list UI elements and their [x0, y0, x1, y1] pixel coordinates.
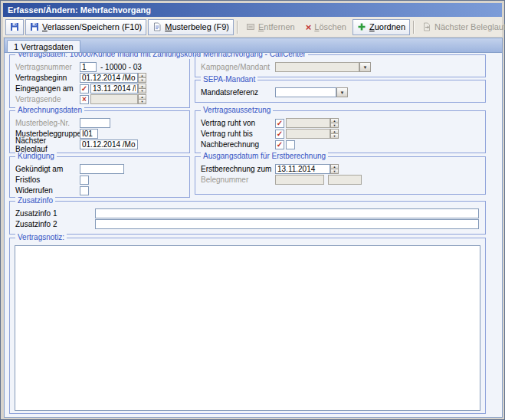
ruht-von-spinner: ▲ ▼ [330, 118, 339, 128]
title-bar: Erfassen/Ändern: Mehrfachvorgang [3, 3, 502, 17]
zusatzinfo-2-input[interactable] [95, 219, 479, 229]
main-panel: 1 Vertragsdaten Vertragsdaten: 10000/Kun… [4, 38, 503, 418]
nachberechnung-checkbox[interactable] [286, 140, 295, 149]
spinner-down-button[interactable]: ▼ [138, 89, 146, 94]
label-musterbeleg-nr: Musterbeleg-Nr. [15, 119, 80, 127]
row-vertragsende: Vertragsende × ▲ ▼ [15, 94, 183, 104]
loeschen-button: × Löschen [301, 19, 351, 35]
toolbar-separator [237, 21, 238, 34]
exit-save-label: Verlassen/Speichern (F10) [42, 22, 142, 31]
mandatsreferenz-dropdown-button[interactable]: ▼ [336, 87, 348, 97]
label-nachberechnung: Nachberechnung [201, 140, 275, 149]
spinner-down-button[interactable]: ▼ [330, 123, 339, 128]
label-erstberechnung-zum: Erstberechnung zum [201, 165, 275, 173]
label-eingegangen-am: Eingegangen am [15, 84, 80, 93]
vertragsbeginn-input[interactable] [80, 73, 138, 83]
save-icon [10, 22, 19, 31]
group-callcenter: Mehrfachvorgang - CallCenter Kampagne/Ma… [195, 54, 486, 77]
group-sepa-mandant: SEPA-Mandant Mandatsreferenz ▼ [195, 80, 486, 103]
next-run-icon [422, 22, 431, 31]
vertragsende-clear-button[interactable]: × [80, 95, 89, 104]
toolbar: Verlassen/Speichern (F10) Musterbeleg (F… [3, 17, 502, 37]
naechster-beleglauf-input[interactable] [80, 139, 138, 149]
window-title: Erfassen/Ändern: Mehrfachvorgang [8, 5, 151, 15]
loeschen-label: Löschen [314, 22, 346, 31]
vertragsnummer-suffix: - 10000 - 03 [100, 63, 142, 71]
label-naechster-beleglauf: Nächster Beleglauf [15, 136, 80, 153]
delete-x-icon: × [306, 22, 312, 32]
row-kampagne-mandant: Kampagne/Mandant ▼ [201, 62, 479, 72]
exit-save-button[interactable]: Verlassen/Speichern (F10) [25, 19, 146, 35]
kampagne-dropdown-button[interactable]: ▼ [359, 62, 371, 72]
group-vertragsdaten-rows: Vertragsnummer - 10000 - 03 Vertragsbegi… [10, 55, 189, 104]
row-vertrag-ruht-von: Vertrag ruht von ✓ ▲ ▼ [201, 118, 479, 128]
gekuendigt-am-input[interactable] [80, 164, 124, 174]
save-exit-icon [30, 22, 39, 31]
spinner-up-button[interactable]: ▲ [138, 73, 146, 78]
eingegangen-checkbox[interactable]: ✓ [80, 84, 89, 94]
group-zusatzinfo-rows: Zusatzinfo 1 Zusatzinfo 2 [10, 202, 485, 229]
spinner-down-button[interactable]: ▼ [330, 169, 339, 174]
eingegangen-am-input[interactable] [90, 84, 138, 94]
ruht-von-input [286, 118, 330, 128]
group-vertragsdaten: Vertragsdaten: 10000/Kunde Inland mit Za… [9, 54, 190, 108]
musterbeleggruppe-input[interactable] [80, 129, 98, 139]
row-eingegangen-am: Eingegangen am ✓ ▲ ▼ [15, 84, 183, 94]
vertragsende-input [90, 94, 138, 104]
musterbeleg-label: Musterbeleg (F9) [165, 22, 229, 31]
row-erstberechnung-zum: Erstberechnung zum ▲ ▼ [201, 164, 479, 174]
tab-strip: 1 Vertragsdaten [4, 38, 503, 52]
label-gekuendigt-am: Gekündigt am [15, 165, 80, 173]
zuordnen-button[interactable]: Zuordnen [353, 19, 410, 35]
belegnummer-input-1 [275, 175, 324, 185]
label-widerrufen: Widerrufen [15, 186, 80, 195]
save-button[interactable] [5, 19, 24, 35]
row-naechster-beleglauf: Nächster Beleglauf [15, 139, 183, 149]
ruht-bis-input [286, 129, 330, 139]
row-vertrag-ruht-bis: Vertrag ruht bis ✓ ▲ ▼ [201, 129, 479, 139]
naechster-beleglauf-button: Nächster Beleglauf [418, 19, 505, 35]
row-zusatzinfo-1: Zusatzinfo 1 [15, 208, 479, 218]
group-vertragsnotiz-title: Vertragsnotiz: [15, 233, 67, 242]
red-check-icon: ✓ [277, 120, 283, 127]
vertragsnotiz-textarea[interactable] [15, 245, 480, 411]
eingegangen-am-spinner: ▲ ▼ [138, 84, 146, 94]
group-kuendigung-title: Kündigung [15, 152, 57, 161]
row-mandatsreferenz: Mandatsreferenz ▼ [201, 87, 479, 97]
content-panel: Vertragsdaten: 10000/Kunde Inland mit Za… [4, 52, 503, 418]
spinner-up-button[interactable]: ▲ [330, 129, 339, 134]
erstberechnung-zum-input[interactable] [275, 164, 330, 174]
spinner-up-button[interactable]: ▲ [330, 118, 339, 123]
entfernen-label: Entfernen [258, 22, 295, 31]
spinner-up-button[interactable]: ▲ [330, 164, 339, 169]
ruht-bis-spinner: ▲ ▼ [330, 129, 339, 139]
ruht-bis-checkbox[interactable]: ✓ [275, 130, 284, 139]
spinner-up-button[interactable]: ▲ [138, 94, 146, 100]
mandatsreferenz-input[interactable] [275, 87, 336, 97]
red-check-icon: ✓ [81, 85, 87, 93]
spinner-up-button[interactable]: ▲ [138, 84, 146, 89]
row-belegnummer: Belegnummer [201, 175, 479, 185]
row-fristlos: Fristlos [15, 175, 183, 185]
musterbeleg-button[interactable]: Musterbeleg (F9) [148, 19, 234, 35]
group-vertragsdaten-title: Vertragsdaten: 10000/Kunde Inland mit Za… [15, 52, 217, 59]
spinner-down-button[interactable]: ▼ [330, 134, 339, 139]
label-fristlos: Fristlos [15, 176, 80, 184]
ruht-von-checkbox[interactable]: ✓ [275, 119, 284, 128]
zusatzinfo-1-input[interactable] [95, 208, 479, 218]
group-erstberechnung-title: Ausgangsdatum für Erstberechnung [201, 152, 328, 161]
spinner-down-button[interactable]: ▼ [138, 78, 146, 83]
group-kuendigung: Kündigung Gekündigt am Fristlos Widerruf… [9, 156, 190, 198]
label-kampagne-mandant: Kampagne/Mandant [201, 63, 275, 71]
row-gekuendigt-am: Gekündigt am [15, 164, 183, 174]
label-mandatsreferenz: Mandatsreferenz [201, 88, 275, 97]
group-erstberechnung-rows: Erstberechnung zum ▲ ▼ Belegnummer [195, 157, 485, 185]
spinner-down-button[interactable]: ▼ [138, 100, 146, 104]
tab-vertragsdaten[interactable]: 1 Vertragsdaten [7, 40, 80, 52]
fristlos-checkbox[interactable] [80, 176, 89, 185]
nachberechnung-set-checkbox[interactable]: ✓ [275, 140, 284, 149]
label-zusatzinfo-2: Zusatzinfo 2 [15, 220, 95, 228]
widerrufen-checkbox[interactable] [80, 186, 89, 195]
red-cross-icon: × [82, 96, 87, 103]
vertragsnummer-input[interactable] [80, 62, 97, 72]
